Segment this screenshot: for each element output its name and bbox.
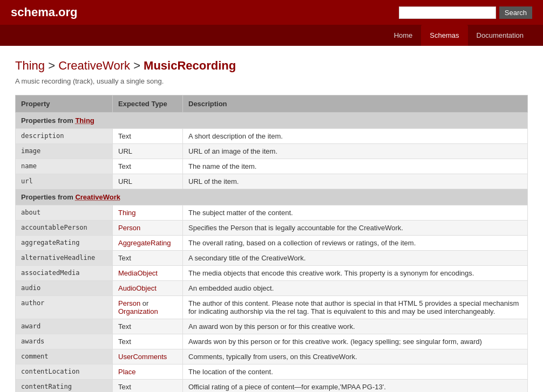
expected-type: Text bbox=[113, 251, 183, 266]
table-row: imageURLURL of an image of the item. bbox=[16, 144, 528, 159]
nav-bar: Home Schemas Documentation bbox=[0, 25, 543, 46]
search-button[interactable]: Search bbox=[499, 6, 532, 19]
expected-type: Text bbox=[113, 129, 183, 144]
col-property: Property bbox=[16, 95, 113, 113]
site-logo: schema.org bbox=[11, 5, 78, 19]
nav-home[interactable]: Home bbox=[385, 25, 422, 46]
table-row: aboutThingThe subject matter of the cont… bbox=[16, 205, 528, 221]
description: URL of the item. bbox=[183, 174, 528, 189]
expected-type: Text bbox=[113, 334, 183, 349]
property-name: alternativeHeadline bbox=[16, 251, 113, 266]
property-name: aggregateRating bbox=[16, 236, 113, 251]
property-name: award bbox=[16, 319, 113, 334]
table-row: accountablePersonPersonSpecifies the Per… bbox=[16, 221, 528, 236]
type-link[interactable]: UserComments bbox=[118, 353, 167, 361]
col-expected-type: Expected Type bbox=[113, 95, 183, 113]
description: The author of this content. Please note … bbox=[183, 296, 528, 319]
description: The subject matter of the content. bbox=[183, 205, 528, 221]
description: An embedded audio object. bbox=[183, 281, 528, 296]
type-link[interactable]: AudioObject bbox=[118, 284, 157, 292]
breadcrumb-thing[interactable]: Thing bbox=[15, 59, 45, 72]
col-description: Description bbox=[183, 95, 528, 113]
expected-type: Person bbox=[113, 221, 183, 236]
table-row: audioAudioObjectAn embedded audio object… bbox=[16, 281, 528, 296]
description: Specifies the Person that is legally acc… bbox=[183, 221, 528, 236]
page-title: Thing > CreativeWork > MusicRecording bbox=[15, 59, 528, 73]
description: The location of the content. bbox=[183, 365, 528, 380]
type-link[interactable]: AggregateRating bbox=[118, 239, 171, 247]
current-type: MusicRecording bbox=[144, 59, 236, 72]
property-name: author bbox=[16, 296, 113, 319]
main-content: Thing > CreativeWork > MusicRecording A … bbox=[0, 46, 543, 392]
description: An award won by this person or for this … bbox=[183, 319, 528, 334]
property-name: description bbox=[16, 129, 113, 144]
table-row: awardsTextAwards won by this person or f… bbox=[16, 334, 528, 349]
table-row: nameTextThe name of the item. bbox=[16, 159, 528, 174]
expected-type: URL bbox=[113, 144, 183, 159]
property-name: awards bbox=[16, 334, 113, 349]
description: The media objects that encode this creat… bbox=[183, 266, 528, 281]
description: Comments, typically from users, on this … bbox=[183, 349, 528, 365]
description: The name of the item. bbox=[183, 159, 528, 174]
section-header: Properties from Thing bbox=[16, 113, 528, 129]
table-row: authorPerson or OrganizationThe author o… bbox=[16, 296, 528, 319]
property-name: comment bbox=[16, 349, 113, 365]
type-link[interactable]: Person bbox=[118, 224, 140, 232]
description: Official rating of a piece of content—fo… bbox=[183, 380, 528, 393]
expected-type: Text bbox=[113, 159, 183, 174]
search-area: Search bbox=[399, 6, 532, 19]
table-row: descriptionTextA short description of th… bbox=[16, 129, 528, 144]
description: The overall rating, based on a collectio… bbox=[183, 236, 528, 251]
table-row: urlURLURL of the item. bbox=[16, 174, 528, 189]
description: Awards won by this person or for this cr… bbox=[183, 334, 528, 349]
type-link-organization[interactable]: Organization bbox=[118, 307, 158, 315]
property-name: audio bbox=[16, 281, 113, 296]
expected-type: AudioObject bbox=[113, 281, 183, 296]
expected-type: Place bbox=[113, 365, 183, 380]
section-link[interactable]: Thing bbox=[75, 116, 94, 125]
expected-type: Text bbox=[113, 319, 183, 334]
expected-type: Thing bbox=[113, 205, 183, 221]
property-name: name bbox=[16, 159, 113, 174]
property-name: about bbox=[16, 205, 113, 221]
table-row: associatedMediaMediaObjectThe media obje… bbox=[16, 266, 528, 281]
nav-documentation[interactable]: Documentation bbox=[468, 25, 532, 46]
table-row: contentRatingTextOfficial rating of a pi… bbox=[16, 380, 528, 393]
property-name: contentLocation bbox=[16, 365, 113, 380]
description: A secondary title of the CreativeWork. bbox=[183, 251, 528, 266]
header: schema.org Search bbox=[0, 0, 543, 25]
property-name: contentRating bbox=[16, 380, 113, 393]
table-row: commentUserCommentsComments, typically f… bbox=[16, 349, 528, 365]
page-subtitle: A music recording (track), usually a sin… bbox=[15, 77, 528, 85]
description: URL of an image of the item. bbox=[183, 144, 528, 159]
property-name: url bbox=[16, 174, 113, 189]
expected-type: AggregateRating bbox=[113, 236, 183, 251]
table-row: alternativeHeadlineTextA secondary title… bbox=[16, 251, 528, 266]
table-row: awardTextAn award won by this person or … bbox=[16, 319, 528, 334]
expected-type: URL bbox=[113, 174, 183, 189]
search-input[interactable] bbox=[399, 6, 496, 19]
schema-table: Property Expected Type Description Prope… bbox=[15, 95, 528, 392]
type-link[interactable]: Place bbox=[118, 368, 136, 376]
table-row: aggregateRatingAggregateRatingThe overal… bbox=[16, 236, 528, 251]
type-link[interactable]: Thing bbox=[118, 209, 136, 217]
section-link[interactable]: CreativeWork bbox=[75, 193, 120, 201]
expected-type: MediaObject bbox=[113, 266, 183, 281]
property-name: accountablePerson bbox=[16, 221, 113, 236]
section-header: Properties from CreativeWork bbox=[16, 189, 528, 205]
property-name: associatedMedia bbox=[16, 266, 113, 281]
expected-type: Person or Organization bbox=[113, 296, 183, 319]
type-link-person[interactable]: Person bbox=[118, 299, 140, 307]
description: A short description of the item. bbox=[183, 129, 528, 144]
expected-type: UserComments bbox=[113, 349, 183, 365]
type-link[interactable]: MediaObject bbox=[118, 269, 158, 277]
property-name: image bbox=[16, 144, 113, 159]
breadcrumb-creativework[interactable]: CreativeWork bbox=[58, 59, 130, 72]
expected-type: Text bbox=[113, 380, 183, 393]
table-row: contentLocationPlaceThe location of the … bbox=[16, 365, 528, 380]
nav-schemas[interactable]: Schemas bbox=[421, 25, 467, 46]
